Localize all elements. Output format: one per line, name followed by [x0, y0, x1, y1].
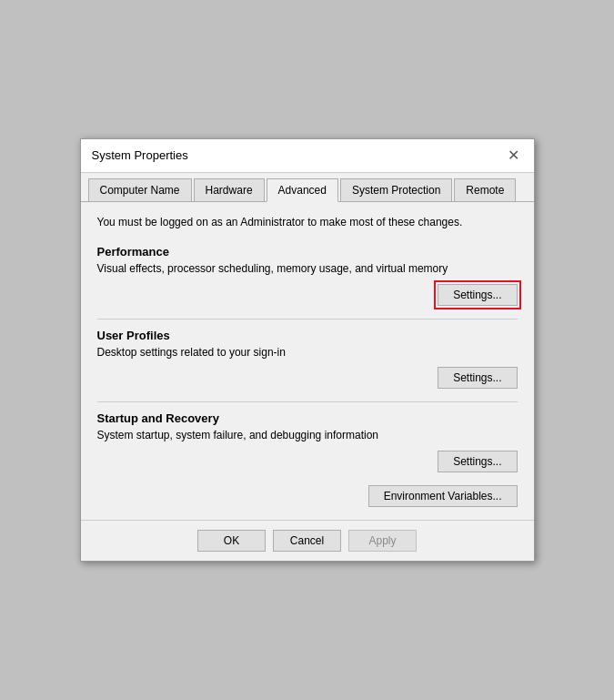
- startup-recovery-footer: Settings...: [97, 451, 518, 472]
- bottom-bar: OK Cancel Apply: [81, 520, 534, 561]
- apply-button: Apply: [348, 530, 417, 552]
- tab-hardware[interactable]: Hardware: [194, 178, 265, 201]
- divider-1: [97, 319, 518, 320]
- tab-bar: Computer Name Hardware Advanced System P…: [81, 173, 534, 202]
- performance-settings-button[interactable]: Settings...: [438, 284, 517, 306]
- user-profiles-settings-button[interactable]: Settings...: [438, 367, 517, 389]
- startup-recovery-settings-button[interactable]: Settings...: [438, 451, 517, 472]
- startup-recovery-section: Startup and Recovery System startup, sys…: [97, 411, 518, 472]
- system-properties-window: System Properties ✕ Computer Name Hardwa…: [80, 138, 535, 562]
- admin-notice: You must be logged on as an Administrato…: [97, 215, 518, 230]
- tab-advanced[interactable]: Advanced: [267, 178, 338, 202]
- user-profiles-section: User Profiles Desktop settings related t…: [97, 329, 518, 390]
- performance-section: Performance Visual effects, processor sc…: [97, 245, 518, 306]
- window-title: System Properties: [92, 148, 188, 162]
- title-bar: System Properties ✕: [81, 139, 534, 173]
- content-area: You must be logged on as an Administrato…: [81, 202, 534, 520]
- user-profiles-desc: Desktop settings related to your sign-in: [97, 345, 518, 360]
- divider-2: [97, 401, 518, 402]
- cancel-button[interactable]: Cancel: [273, 530, 341, 552]
- performance-title: Performance: [97, 245, 518, 259]
- startup-recovery-title: Startup and Recovery: [97, 411, 518, 425]
- env-row: Environment Variables...: [97, 485, 518, 507]
- ok-button[interactable]: OK: [197, 530, 266, 552]
- tab-computer-name[interactable]: Computer Name: [88, 178, 192, 201]
- performance-desc: Visual effects, processor scheduling, me…: [97, 261, 518, 277]
- tab-remote[interactable]: Remote: [454, 178, 516, 201]
- user-profiles-title: User Profiles: [97, 329, 518, 342]
- user-profiles-footer: Settings...: [97, 367, 518, 389]
- close-button[interactable]: ✕: [505, 147, 523, 165]
- startup-recovery-desc: System startup, system failure, and debu…: [97, 428, 518, 443]
- performance-footer: Settings...: [97, 284, 518, 306]
- tab-system-protection[interactable]: System Protection: [340, 178, 452, 201]
- environment-variables-button[interactable]: Environment Variables...: [368, 485, 518, 507]
